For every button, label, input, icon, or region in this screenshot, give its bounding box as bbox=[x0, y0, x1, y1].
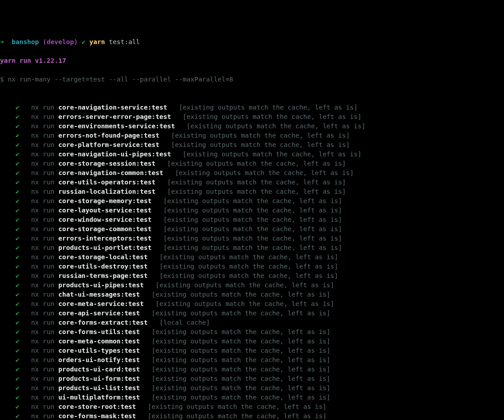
nx-run-label: nx run bbox=[31, 291, 54, 298]
nx-run-label: nx run bbox=[31, 310, 54, 317]
task-name: chat-ui-messages:test bbox=[58, 291, 140, 298]
nx-run-label: nx run bbox=[31, 207, 54, 214]
check-icon: ✔ bbox=[16, 347, 20, 354]
task-output: ✔ nx run core-navigation-service:test [e… bbox=[0, 103, 504, 420]
cache-message: [existing outputs match the cache, left … bbox=[155, 281, 334, 289]
nx-run-label: nx run bbox=[31, 366, 54, 373]
nx-run-label: nx run bbox=[31, 188, 54, 195]
nx-run-label: nx run bbox=[31, 356, 54, 363]
task-row: ✔ nx run core-window-service:test [exist… bbox=[0, 215, 504, 224]
nx-run-label: nx run bbox=[31, 319, 54, 326]
cache-message: [existing outputs match the cache, left … bbox=[175, 169, 354, 176]
task-name: russian-terms-page:test bbox=[58, 272, 148, 279]
cache-message: [existing outputs match the cache, left … bbox=[152, 366, 331, 373]
cache-message: [existing outputs match the cache, left … bbox=[179, 104, 358, 111]
cache-message: [existing outputs match the cache, left … bbox=[152, 394, 331, 401]
task-name: errors-interceptors:test bbox=[58, 235, 152, 242]
task-row: ✔ nx run errors-server-error-page:test [… bbox=[0, 112, 504, 122]
check-icon: ✔ bbox=[16, 281, 20, 289]
nx-run-label: nx run bbox=[31, 141, 54, 148]
task-row: ✔ nx run core-navigation-common:test [ex… bbox=[0, 168, 504, 178]
nx-run-label: nx run bbox=[31, 375, 54, 382]
cache-message: [existing outputs match the cache, left … bbox=[152, 384, 331, 391]
check-icon: ✔ bbox=[16, 169, 20, 176]
check-icon: ✔ bbox=[16, 366, 20, 373]
check-icon: ✔ bbox=[16, 160, 20, 167]
nx-run-label: nx run bbox=[31, 300, 54, 307]
task-name: products-ui-card:test bbox=[58, 366, 140, 373]
check-icon: ✔ bbox=[16, 253, 20, 261]
nx-command-line: $ nx run-many --target=test --all --para… bbox=[0, 75, 504, 84]
task-name: core-window-service:test bbox=[58, 216, 152, 223]
cache-message: [existing outputs match the cache, left … bbox=[152, 338, 331, 345]
check-icon: ✔ bbox=[16, 179, 20, 186]
task-row: ✔ nx run products-ui-form:test [existing… bbox=[0, 374, 504, 383]
cache-message: [existing outputs match the cache, left … bbox=[163, 216, 342, 223]
task-name: ui-multiplatform:test bbox=[58, 394, 140, 401]
nx-run-label: nx run bbox=[31, 104, 54, 111]
cache-message: [existing outputs match the cache, left … bbox=[159, 253, 338, 261]
nx-run-label: nx run bbox=[31, 244, 54, 251]
check-icon: ✔ bbox=[16, 235, 20, 242]
check-icon: ✔ bbox=[16, 113, 20, 120]
check-icon: ✔ bbox=[16, 141, 20, 148]
nx-run-label: nx run bbox=[31, 384, 54, 391]
task-row: ✔ nx run products-ui-portlet:test [exist… bbox=[0, 243, 504, 253]
task-row: ✔ nx run products-ui-card:test [existing… bbox=[0, 365, 504, 374]
cache-message: [local cache] bbox=[159, 319, 210, 326]
task-name: core-store-root:test bbox=[58, 403, 136, 410]
check-icon: ✔ bbox=[16, 291, 20, 298]
cache-message: [existing outputs match the cache, left … bbox=[152, 347, 331, 354]
cache-message: [existing outputs match the cache, left … bbox=[152, 356, 331, 363]
task-row: ✔ nx run chat-ui-messages:test [existing… bbox=[0, 290, 504, 299]
task-name: errors-not-found-page:test bbox=[58, 132, 159, 139]
task-row: ✔ nx run russian-terms-page:test [existi… bbox=[0, 271, 504, 281]
cache-message: [existing outputs match the cache, left … bbox=[152, 291, 331, 298]
task-name: core-api-service:test bbox=[58, 310, 140, 317]
check-icon: ✔ bbox=[16, 384, 20, 391]
task-row: ✔ nx run errors-not-found-page:test [exi… bbox=[0, 131, 504, 140]
check-icon: ✔ bbox=[16, 319, 20, 326]
cache-message: [existing outputs match the cache, left … bbox=[159, 263, 338, 270]
cache-message: [existing outputs match the cache, left … bbox=[171, 141, 350, 148]
task-name: core-forms-utils:test bbox=[58, 328, 140, 335]
nx-run-label: nx run bbox=[31, 328, 54, 335]
nx-run-label: nx run bbox=[31, 169, 54, 176]
task-name: core-navigation-service:test bbox=[58, 104, 167, 111]
task-name: products-ui-pipes:test bbox=[58, 281, 144, 289]
cache-message: [existing outputs match the cache, left … bbox=[167, 188, 346, 195]
prompt-dir: banshop bbox=[12, 38, 39, 45]
task-row: ✔ nx run core-platform-service:test [exi… bbox=[0, 140, 504, 150]
check-icon: ✔ bbox=[16, 272, 20, 279]
check-icon: ✔ bbox=[16, 122, 20, 130]
task-row: ✔ nx run core-meta-service:test [existin… bbox=[0, 299, 504, 309]
nx-run-label: nx run bbox=[31, 160, 54, 167]
task-row: ✔ nx run errors-interceptors:test [exist… bbox=[0, 234, 504, 243]
task-name: core-meta-service:test bbox=[58, 300, 144, 307]
task-name: core-forms-extract:test bbox=[58, 319, 148, 326]
check-icon: ✔ bbox=[16, 300, 20, 307]
task-name: core-layout-service:test bbox=[58, 207, 152, 214]
check-icon: ✔ bbox=[16, 338, 20, 345]
check-icon: ✔ bbox=[16, 188, 20, 195]
nx-run-label: nx run bbox=[31, 272, 54, 279]
cache-message: [existing outputs match the cache, left … bbox=[155, 300, 334, 307]
check-icon: ✔ bbox=[16, 216, 20, 223]
nx-run-label: nx run bbox=[31, 347, 54, 354]
nx-run-label: nx run bbox=[31, 197, 54, 204]
cache-message: [existing outputs match the cache, left … bbox=[163, 197, 342, 204]
command-args: test:all bbox=[109, 38, 140, 45]
task-row: ✔ nx run core-storage-session:test [exis… bbox=[0, 159, 504, 168]
yarn-banner: yarn run v1.22.17 bbox=[0, 56, 504, 65]
nx-run-label: nx run bbox=[31, 132, 54, 139]
task-row: ✔ nx run core-utils-destroy:test [existi… bbox=[0, 262, 504, 271]
check-icon: ✔ bbox=[16, 244, 20, 251]
nx-run-label: nx run bbox=[31, 281, 54, 289]
git-paren-open: ( bbox=[43, 38, 47, 45]
check-icon: ✔ bbox=[16, 263, 20, 270]
check-icon: ✔ bbox=[16, 412, 20, 420]
task-name: core-utils-destroy:test bbox=[58, 263, 148, 270]
nx-run-label: nx run bbox=[31, 235, 54, 242]
check-icon: ✔ bbox=[16, 197, 20, 204]
task-name: core-storage-local:test bbox=[58, 253, 148, 261]
